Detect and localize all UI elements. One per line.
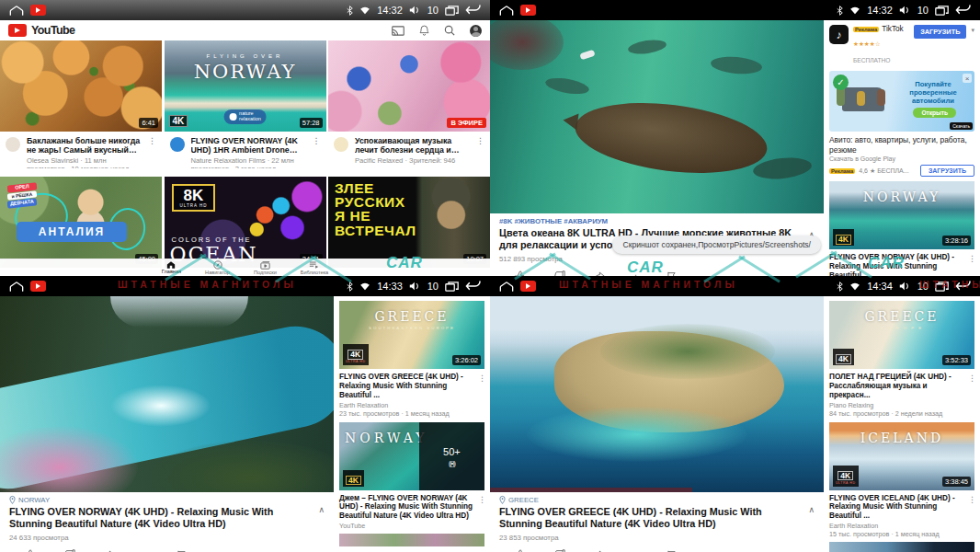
more-icon[interactable]: ⋮	[313, 136, 321, 168]
nav-subscriptions[interactable]: Подписки	[254, 260, 277, 276]
share-icon[interactable]	[103, 548, 115, 552]
youtube-app-icon[interactable]	[30, 281, 46, 292]
video-title[interactable]: FLYING OVER NORWAY (4K UHD) 1HR Ambient …	[191, 136, 306, 155]
recent-apps-icon[interactable]	[445, 6, 459, 16]
location-tag[interactable]: NORWAY	[9, 496, 325, 504]
related-video[interactable]: NORWAY 4K 3:28:16 ⋮ FLYING OVER NORWAY (…	[824, 177, 980, 276]
report-flag-icon[interactable]	[667, 548, 677, 552]
channel-avatar[interactable]	[6, 137, 20, 152]
tiktok-ad[interactable]: ♪ Реклама TikTok ★★★★☆ БЕСПЛАТНО ЗАГРУЗИ…	[824, 20, 980, 69]
recent-apps-icon[interactable]	[935, 6, 949, 16]
cast-icon[interactable]	[392, 26, 405, 36]
home-icon[interactable]	[499, 6, 514, 16]
install-button[interactable]: ЗАГРУЗИТЬ	[920, 165, 974, 177]
thumbnail-ocean[interactable]: 8K ULTRA HD COLORS OF THE OCEAN 34:31	[165, 177, 326, 268]
video-card[interactable]: FLYING OVER NORWAY 4K naturerelaxation 5…	[165, 40, 326, 177]
notifications-bell-icon[interactable]	[419, 25, 429, 36]
video-player[interactable]	[490, 20, 824, 213]
related-video[interactable]: ICELAND 4KULTRA HD 3:38:45 ⋮ FLYING OVER…	[824, 418, 980, 539]
video-player[interactable]	[490, 296, 824, 492]
youtube-app-icon[interactable]	[30, 5, 46, 16]
report-flag-icon[interactable]	[177, 548, 187, 552]
more-icon[interactable]: ⋮	[476, 136, 484, 168]
like-icon[interactable]	[514, 270, 526, 276]
collapse-icon[interactable]: ∧	[318, 505, 325, 514]
related-thumbnail[interactable]: GREECE SOUTHEASTERN EUROPE 4KULTRA HD 3:…	[339, 301, 484, 369]
related-thumbnail-partial[interactable]	[829, 542, 974, 552]
more-icon[interactable]: ⋮	[478, 495, 486, 504]
recent-apps-icon[interactable]	[935, 282, 949, 292]
location-tag[interactable]: GREECE	[499, 496, 815, 504]
close-icon[interactable]: ×	[963, 74, 972, 83]
nav-library[interactable]: Библиотека	[301, 260, 328, 276]
dislike-icon[interactable]	[63, 548, 75, 552]
youtube-app-icon[interactable]	[520, 281, 536, 292]
video-title[interactable]: Баклажаны больше никогда не жарь! Самый …	[27, 136, 142, 155]
video-title[interactable]: Успокаивающая музыка лечит болезни сердц…	[355, 136, 470, 155]
hashtags[interactable]: #8K #ЖИВОТНЫЕ #АКВАРИУМ	[499, 217, 815, 225]
channel-avatar[interactable]	[170, 137, 185, 152]
related-title[interactable]: FLYING OVER NORWAY (4K UHD) - Relaxing M…	[829, 253, 974, 276]
back-icon[interactable]	[465, 6, 481, 15]
more-icon[interactable]: ⋮	[478, 374, 486, 383]
nav-explore[interactable]: Навигатор	[205, 260, 230, 276]
share-icon[interactable]	[593, 270, 605, 276]
video-title[interactable]: FLYING OVER GREECE (4K UHD) - Relaxing M…	[499, 506, 815, 531]
more-icon[interactable]: ⋮	[968, 495, 976, 504]
more-icon[interactable]: ⋮	[968, 374, 976, 383]
clock: 14:34	[867, 281, 893, 292]
recent-apps-icon[interactable]	[445, 282, 459, 292]
related-thumbnail[interactable]: NORWAY 50+ ((•)) 4K	[339, 422, 484, 490]
related-mix[interactable]: NORWAY 50+ ((•)) 4K ⋮ Джем – FLYING OVER…	[334, 418, 490, 531]
home-icon[interactable]	[499, 282, 514, 292]
video-card[interactable]: 6:41 Баклажаны больше никогда не жарь! С…	[0, 40, 162, 177]
install-button[interactable]: ЗАГРУЗИТЬ	[914, 25, 966, 39]
related-thumbnail[interactable]: GREECE E U R O P E 4K 3:52:33	[829, 301, 974, 369]
youtube-app-icon[interactable]	[520, 5, 536, 16]
clock: 14:33	[377, 281, 403, 292]
video-player[interactable]	[0, 296, 334, 492]
channel-avatar[interactable]	[334, 137, 348, 152]
thumbnail-birds[interactable]: В ЭФИРЕ	[328, 40, 490, 132]
related-video[interactable]: GREECE SOUTHEASTERN EUROPE 4KULTRA HD 3:…	[334, 296, 490, 418]
like-icon[interactable]	[514, 548, 526, 552]
ad-title[interactable]: Авито: авто, квартиры, услуги, работа, р…	[824, 132, 980, 155]
chevron-down-icon[interactable]: ▾	[971, 27, 974, 34]
related-title[interactable]: ПОЛЕТ НАД ГРЕЦИЕЙ (4K UHD) - Расслабляющ…	[829, 373, 974, 400]
more-icon[interactable]: ⋮	[148, 136, 156, 168]
account-avatar[interactable]	[470, 25, 482, 37]
report-flag-icon[interactable]	[667, 270, 677, 276]
related-title[interactable]: FLYING OVER GREECE (4K UHD) - Relaxing M…	[339, 373, 484, 400]
avito-banner-ad[interactable]: ✓ × Покупайте проверенные автомобили Отк…	[829, 71, 974, 132]
related-video[interactable]: GREECE E U R O P E 4K 3:52:33 ⋮ ПОЛЕТ НА…	[824, 296, 980, 418]
banner-open-button[interactable]: Открыть	[913, 108, 956, 118]
related-title[interactable]: FLYING OVER ICELAND (4K UHD) - Relaxing …	[829, 494, 974, 522]
youtube-logo-icon[interactable]	[8, 24, 27, 37]
related-title[interactable]: Джем – FLYING OVER NORWAY (4K UHD) - Rel…	[339, 494, 484, 522]
related-thumbnail[interactable]: NORWAY 4K 3:28:16	[829, 181, 974, 249]
thumbnail-antalya[interactable]: ОРЕЛ и РЕШКА ДЕВЧАТА АНТАЛИЯ 45:00	[0, 177, 162, 268]
dislike-icon[interactable]	[553, 270, 565, 276]
more-icon[interactable]: ⋮	[968, 254, 976, 263]
share-icon[interactable]	[593, 548, 605, 552]
search-icon[interactable]	[444, 25, 455, 36]
related-thumbnail-partial[interactable]	[339, 534, 484, 546]
youtube-wordmark[interactable]: YouTube	[31, 24, 74, 37]
back-icon[interactable]	[465, 282, 481, 291]
check-icon: ✓	[833, 75, 849, 90]
related-thumbnail[interactable]: ICELAND 4KULTRA HD 3:38:45	[829, 422, 974, 490]
dislike-icon[interactable]	[553, 548, 565, 552]
thumbnail-soldier[interactable]: ЗЛЕЕ РУССКИХ Я НЕ ВСТРЕЧАЛ 10:07	[328, 177, 490, 268]
like-icon[interactable]	[24, 548, 36, 552]
back-icon[interactable]	[955, 282, 971, 291]
video-card[interactable]: В ЭФИРЕ Успокаивающая музыка лечит болез…	[328, 40, 490, 177]
duration-badge: 3:28:16	[942, 236, 971, 246]
collapse-icon[interactable]: ∧	[808, 505, 815, 514]
thumbnail-food[interactable]: 6:41	[0, 40, 162, 132]
back-icon[interactable]	[955, 6, 971, 15]
video-title[interactable]: FLYING OVER NORWAY (4K UHD) - Relaxing M…	[9, 506, 325, 531]
thumbnail-norway[interactable]: FLYING OVER NORWAY 4K naturerelaxation 5…	[165, 40, 326, 132]
home-icon[interactable]	[9, 282, 24, 292]
home-icon[interactable]	[9, 6, 24, 16]
nav-home[interactable]: Главная	[162, 260, 181, 275]
